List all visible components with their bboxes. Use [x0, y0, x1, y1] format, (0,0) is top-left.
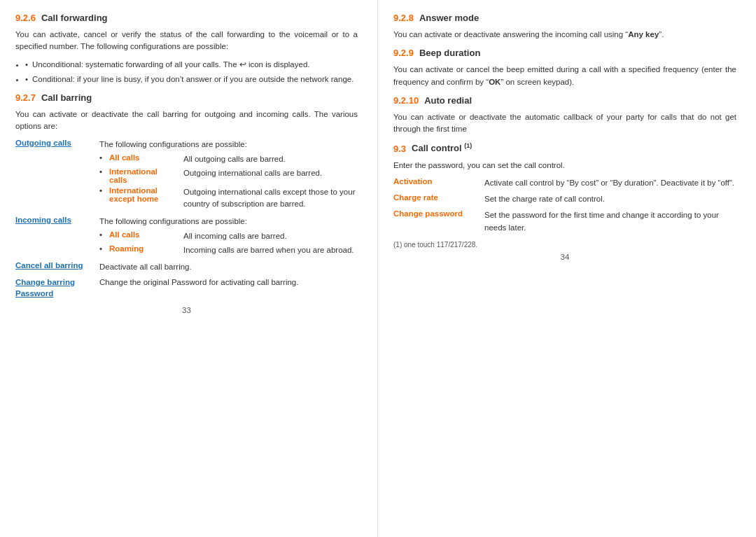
section-927-title: Call barring [41, 92, 92, 103]
outgoing-allcalls-row: • All calls All outgoing calls are barre… [15, 153, 358, 213]
in-roaming-label: Roaming [109, 244, 183, 253]
section-926: 9.2.6 Call forwarding You can activate, … [15, 13, 358, 85]
out-intl-label: Internationalcalls [109, 167, 183, 184]
section-9210: 9.2.10 Auto redial You can activate or d… [393, 95, 736, 136]
section-928-body: You can activate or deactivate answering… [393, 29, 736, 41]
right-page: 9.2.8 Answer mode You can activate or de… [378, 0, 756, 537]
change-password-desc: Set the password for the first time and … [484, 209, 736, 234]
incoming-calls-desc: The following configurations are possibl… [99, 216, 358, 228]
section-926-num: 9.2.6 [15, 13, 36, 23]
out-intl-desc: Outgoing international calls are barred. [183, 167, 358, 179]
section-93-body: Enter the password, you can set the call… [393, 160, 736, 172]
barring-table: Outgoing calls The following configurati… [15, 139, 358, 299]
in-roaming-desc: Incoming calls are barred when you are a… [183, 244, 358, 256]
section-929-body: You can activate or cancel the beep emit… [393, 64, 736, 88]
section-926-body: You can activate, cancel or verify the s… [15, 29, 358, 53]
call-control-table: Activation Activate call control by “By … [393, 177, 736, 234]
out-intl-except-label: Internationalexcept home [109, 186, 183, 203]
change-barring-label[interactable]: Change barringPassword [15, 277, 99, 299]
cancel-barring-row: Cancel all barring Deactivate all call b… [15, 261, 358, 273]
section-93-superscript: (1) [464, 142, 472, 149]
section-9210-body: You can activate or deactivate the autom… [393, 111, 736, 136]
left-page-number: 33 [15, 306, 358, 314]
incoming-row: Incoming calls The following configurati… [15, 216, 358, 228]
charge-rate-desc: Set the charge rate of call control. [484, 193, 736, 205]
incoming-sub-table: • All calls All incoming calls are barre… [99, 230, 358, 259]
outgoing-calls-desc: The following configurations are possibl… [99, 139, 358, 151]
out-intl-except-desc: Outgoing international calls except thos… [183, 186, 358, 211]
activation-label: Activation [393, 177, 484, 186]
section-928-title: Answer mode [419, 13, 479, 23]
section-93-title: Call control (1) [412, 142, 472, 153]
section-928: 9.2.8 Answer mode You can activate or de… [393, 13, 736, 41]
activation-desc: Activate call control by “By cost” or “B… [484, 177, 736, 189]
section-929-num: 9.2.9 [393, 48, 414, 58]
incoming-sub-row: • All calls All incoming calls are barre… [15, 230, 358, 259]
charge-rate-row: Charge rate Set the charge rate of call … [393, 193, 736, 205]
cancel-barring-desc: Deactivate all call barring. [99, 261, 358, 273]
left-page: 9.2.6 Call forwarding You can activate, … [0, 0, 378, 537]
change-password-label: Change password [393, 209, 484, 218]
incoming-calls-label[interactable]: Incoming calls [15, 216, 99, 224]
activation-row: Activation Activate call control by “By … [393, 177, 736, 189]
out-intl-except-row: • Internationalexcept home Outgoing inte… [99, 186, 358, 211]
outgoing-sub-table: • All calls All outgoing calls are barre… [99, 153, 358, 213]
section-929: 9.2.9 Beep duration You can activate or … [393, 48, 736, 88]
section-9210-num: 9.2.10 [393, 95, 419, 106]
out-intl-row: • Internationalcalls Outgoing internatio… [99, 167, 358, 184]
bullet-unconditional: Unconditional: systematic forwarding of … [25, 59, 358, 71]
out-allcalls-row: • All calls All outgoing calls are barre… [99, 153, 358, 165]
section-927: 9.2.7 Call barring You can activate or d… [15, 92, 358, 299]
footnote: (1) one touch 117/217/228. [393, 241, 736, 249]
in-allcalls-label: All calls [109, 230, 183, 239]
section-928-num: 9.2.8 [393, 13, 414, 23]
change-barring-row: Change barringPassword Change the origin… [15, 277, 358, 299]
section-926-title: Call forwarding [41, 13, 108, 23]
section-927-body: You can activate or deactivate the call … [15, 109, 358, 133]
section-927-num: 9.2.7 [15, 92, 36, 103]
out-allcalls-desc: All outgoing calls are barred. [183, 153, 358, 165]
outgoing-calls-label[interactable]: Outgoing calls [15, 139, 99, 147]
in-roaming-row: • Roaming Incoming calls are barred when… [99, 244, 358, 256]
charge-rate-label: Charge rate [393, 193, 484, 202]
section-926-bullets: Unconditional: systematic forwarding of … [25, 59, 358, 86]
change-barring-desc: Change the original Password for activat… [99, 277, 358, 288]
outgoing-row: Outgoing calls The following configurati… [15, 139, 358, 151]
cancel-barring-label[interactable]: Cancel all barring [15, 261, 99, 270]
out-allcalls-label: All calls [109, 153, 183, 162]
in-allcalls-desc: All incoming calls are barred. [183, 230, 358, 242]
section-93: 9.3 Call control (1) Enter the password,… [393, 142, 736, 234]
right-page-number: 34 [393, 253, 736, 261]
section-9210-title: Auto redial [424, 95, 472, 106]
in-allcalls-row: • All calls All incoming calls are barre… [99, 230, 358, 242]
section-929-title: Beep duration [419, 48, 480, 58]
bullet-conditional: Conditional: if your line is busy, if yo… [25, 74, 358, 85]
section-93-num: 9.3 [393, 144, 406, 154]
change-password-row: Change password Set the password for the… [393, 209, 736, 234]
